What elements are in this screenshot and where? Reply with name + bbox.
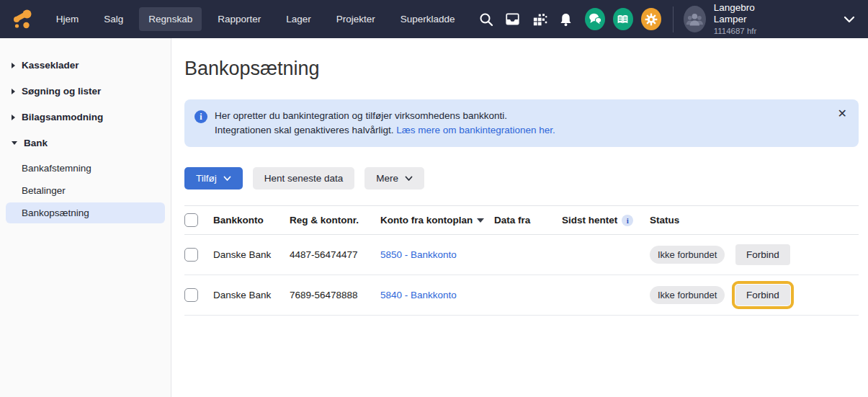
sidebar-item-bankopsaetning[interactable]: Bankopsætning <box>6 202 165 223</box>
column-header-bankkonto: Bankkonto <box>213 206 290 235</box>
column-header-label: Sidst hentet <box>562 215 617 226</box>
nav-item-lager[interactable]: Lager <box>277 7 321 31</box>
group-icon <box>684 6 706 32</box>
banner-close-icon[interactable]: ✕ <box>838 108 847 120</box>
book-icon <box>616 13 630 26</box>
inbox-icon[interactable] <box>501 7 524 32</box>
table-row: Danske Bank 7689-56478888 5840 - Bankkon… <box>184 275 859 316</box>
search-icon[interactable] <box>475 7 498 32</box>
toolbar: Tilføj Hent seneste data Mere <box>184 167 859 189</box>
page-title: Bankopsætning <box>184 58 859 80</box>
chevron-down-icon[interactable] <box>844 16 855 23</box>
chevron-down-icon <box>405 176 413 182</box>
user-menu[interactable]: Langebro Lamper 1114687 hfr <box>684 2 855 37</box>
add-button[interactable]: Tilføj <box>184 167 243 189</box>
user-info: Langebro Lamper 1114687 hfr <box>714 2 777 37</box>
chevron-down-icon <box>12 141 17 145</box>
sidst-hentet-cell <box>562 275 650 316</box>
main-menu: Hjem Salg Regnskab Rapporter Lager Proje… <box>47 7 471 31</box>
column-header-actions <box>732 206 859 235</box>
column-header-data-fra: Data fra <box>494 206 562 235</box>
sidebar-item-label: Bilagsanmodning <box>22 112 103 122</box>
column-header-sidst-hentet: Sidst hentet i <box>562 206 650 235</box>
reg-account-number: 4487-56474477 <box>290 235 380 275</box>
nav-item-regnskab[interactable]: Regnskab <box>139 7 202 31</box>
chat-icon <box>589 13 601 25</box>
sidebar-item-label: Søgning og lister <box>22 86 101 97</box>
bank-name: Danske Bank <box>213 275 290 316</box>
sidebar: Kasseklader Søgning og lister Bilagsanmo… <box>0 38 171 397</box>
sidebar-item-bank[interactable]: Bank <box>0 132 171 154</box>
more-button[interactable]: Mere <box>364 167 424 189</box>
sidebar-item-kasseklader[interactable]: Kasseklader <box>0 54 171 76</box>
account-link[interactable]: 5850 - Bankkonto <box>380 249 457 260</box>
gear-icon <box>644 12 658 27</box>
fetch-latest-data-button[interactable]: Hent seneste data <box>253 167 355 189</box>
info-icon: i <box>194 110 207 123</box>
action-highlight: Forbind <box>732 241 794 269</box>
info-tooltip-icon[interactable]: i <box>622 215 633 226</box>
avatar <box>684 6 706 32</box>
bank-accounts-table: Bankkonto Reg & kontonr. Konto fra konto… <box>184 205 859 316</box>
data-fra-cell <box>494 235 562 275</box>
help-book-button[interactable] <box>613 8 633 30</box>
bell-icon[interactable] <box>555 7 577 32</box>
row-checkbox[interactable] <box>184 248 198 262</box>
select-all-checkbox[interactable] <box>184 213 198 227</box>
navbar-right: Langebro Lamper 1114687 hfr <box>471 2 855 37</box>
info-banner: i Her opretter du bankintegration og til… <box>184 99 859 147</box>
action-highlight: Forbind <box>732 281 794 309</box>
sidebar-item-betalinger[interactable]: Betalinger <box>0 180 171 201</box>
chevron-right-icon <box>12 115 15 120</box>
table-row: Danske Bank 4487-56474477 5850 - Bankkon… <box>184 235 859 275</box>
nav-item-salg[interactable]: Salg <box>94 7 133 31</box>
column-header-label: Konto fra kontoplan <box>380 215 473 226</box>
nav-item-rapporter[interactable]: Rapporter <box>208 7 270 31</box>
account-link[interactable]: 5840 - Bankkonto <box>380 290 457 300</box>
user-org-id: 1114687 hfr <box>714 25 777 37</box>
banner-text: Her opretter du bankintegration og tilfø… <box>215 109 555 138</box>
banner-line2: Integrationen skal genaktiveres halvårli… <box>215 123 555 138</box>
add-button-label: Tilføj <box>196 173 217 184</box>
more-button-label: Mere <box>376 173 398 184</box>
column-header-status: Status <box>650 206 732 235</box>
table-header-row: Bankkonto Reg & kontonr. Konto fra konto… <box>184 206 859 235</box>
status-badge: Ikke forbundet <box>650 246 725 264</box>
connect-button[interactable]: Forbind <box>735 244 790 265</box>
filter-dropdown-icon[interactable] <box>477 218 484 223</box>
user-name: Langebro Lamper <box>714 2 777 25</box>
nav-item-projekter[interactable]: Projekter <box>327 7 385 31</box>
chevron-down-icon <box>223 176 231 182</box>
connect-button[interactable]: Forbind <box>735 285 790 305</box>
column-header-kontoplan: Konto fra kontoplan <box>380 206 494 235</box>
apps-grid-icon[interactable] <box>528 7 550 32</box>
status-badge: Ikke forbundet <box>650 286 725 304</box>
sidebar-item-bilagsanmodning[interactable]: Bilagsanmodning <box>0 106 171 128</box>
chevron-right-icon <box>12 89 15 94</box>
top-navbar: Hjem Salg Regnskab Rapporter Lager Proje… <box>0 0 868 38</box>
chevron-right-icon <box>12 63 15 68</box>
row-checkbox[interactable] <box>184 288 198 302</box>
banner-line2-text: Integrationen skal genaktiveres halvårli… <box>215 125 393 135</box>
sidebar-item-label: Bank <box>24 138 48 148</box>
data-fra-cell <box>494 275 562 316</box>
fetch-button-label: Hent seneste data <box>264 173 344 184</box>
banner-learn-more-link[interactable]: Læs mere om bankintegrationen her. <box>396 125 555 135</box>
sidebar-item-bankafstemning[interactable]: Bankafstemning <box>0 158 171 179</box>
column-header-regnr: Reg & kontonr. <box>290 206 380 235</box>
navbar-divider <box>673 6 674 32</box>
banner-line1: Her opretter du bankintegration og tilfø… <box>215 109 555 123</box>
chat-button[interactable] <box>585 8 605 30</box>
nav-item-hjem[interactable]: Hjem <box>47 7 89 31</box>
main-content: Bankopsætning i Her opretter du bankinte… <box>172 38 868 397</box>
sidebar-item-label: Kasseklader <box>22 60 79 71</box>
sidst-hentet-cell <box>562 235 650 275</box>
bank-name: Danske Bank <box>213 235 290 275</box>
settings-button[interactable] <box>641 8 661 30</box>
app-logo-icon[interactable] <box>10 7 37 32</box>
nav-item-superkladde[interactable]: Superkladde <box>391 7 465 31</box>
sidebar-item-soegning-og-lister[interactable]: Søgning og lister <box>0 80 171 102</box>
reg-account-number: 7689-56478888 <box>290 275 380 316</box>
